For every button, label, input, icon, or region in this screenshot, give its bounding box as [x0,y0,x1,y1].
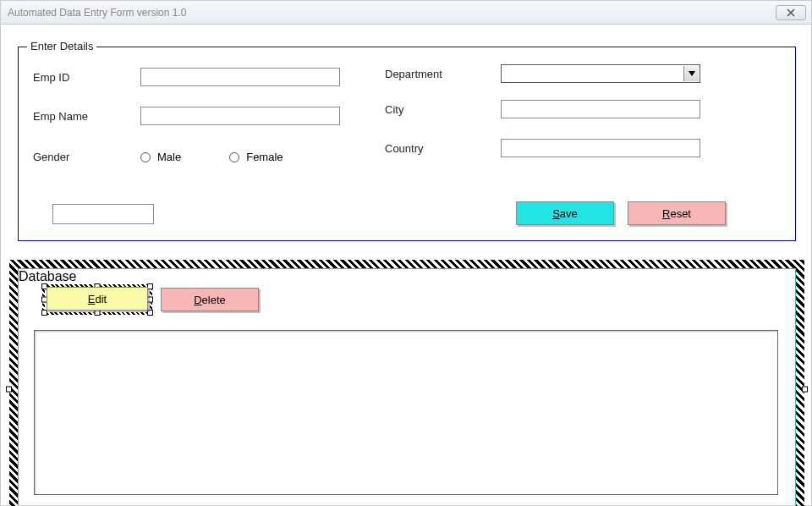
radio-female-label: Female [244,151,284,163]
label-emp-name: Emp Name [30,110,140,123]
group-enter-details: Enter Details Emp ID Emp Name Gender Mal… [18,47,796,241]
extra-input[interactable] [52,204,154,224]
titlebar: Automated Data Entry Form version 1.0 [1,1,811,25]
emp-name-input[interactable] [140,107,340,125]
radio-male-label: Male [156,151,183,163]
group-database-legend: Database [19,269,77,283]
emp-id-input[interactable] [140,68,340,86]
database-listbox[interactable] [34,330,778,495]
label-city: City [382,103,501,116]
label-gender: Gender [30,151,140,163]
save-button[interactable]: Save [516,201,614,225]
resize-handle[interactable] [802,386,808,392]
reset-button-label: Reset [662,207,691,220]
department-combo[interactable] [501,64,700,83]
group-enter-details-legend: Enter Details [27,40,96,52]
close-icon [786,5,796,20]
radio-icon [140,152,151,162]
reset-button[interactable]: Reset [628,201,726,225]
resize-handle[interactable] [147,297,153,303]
resize-handle[interactable] [147,310,153,316]
label-department: Department [382,68,501,80]
delete-button[interactable]: Delete [161,288,259,311]
radio-female[interactable]: Female [229,151,284,163]
country-input[interactable] [501,139,700,157]
chevron-down-icon [683,66,699,81]
edit-button-label: Edit [88,293,107,305]
group-database: Database Edit Delete [18,268,796,506]
radio-icon [229,152,239,162]
resize-handle[interactable] [6,386,12,392]
window-title: Automated Data Entry Form version 1.0 [8,7,186,19]
form-canvas: Enter Details Emp ID Emp Name Gender Mal… [1,25,811,505]
resize-handle[interactable] [147,283,153,289]
close-button[interactable] [776,5,806,20]
delete-button-label: Delete [194,294,226,306]
label-country: Country [382,142,501,155]
resize-handle[interactable] [95,310,101,316]
window: Automated Data Entry Form version 1.0 En… [0,0,812,506]
edit-button[interactable]: Edit [47,287,148,311]
save-button-label: Save [552,207,578,220]
radio-male[interactable]: Male [140,151,183,163]
city-input[interactable] [501,100,700,118]
edit-button-selection-frame: Edit [42,284,152,315]
group-database-selection-frame: Database Edit Delete [9,260,804,506]
resize-handle[interactable] [41,310,47,316]
label-emp-id: Emp ID [30,71,140,84]
